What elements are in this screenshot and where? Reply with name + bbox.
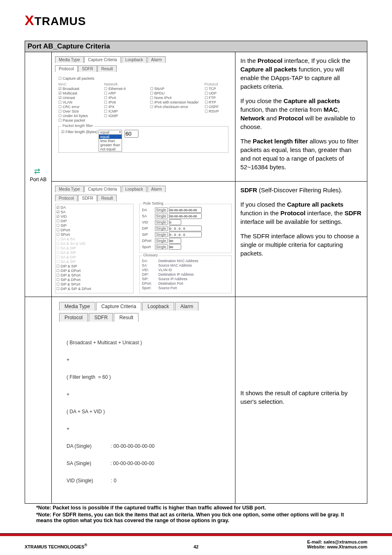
glossary-group: Glossary DA:Destination MAC Address SA:S…	[139, 256, 232, 293]
chk-rtp[interactable]: RTP	[205, 100, 228, 104]
capture-criteria-section: Port AB_Capture Criteria ⇄ Port AB Media…	[25, 41, 367, 504]
sdfr-dip-sip[interactable]: DIP & SIP	[56, 264, 132, 268]
sdfr-da-sa: DA & SA	[56, 237, 132, 241]
note-2: *Note: For SDFR items, you can tick the …	[25, 512, 367, 523]
subtab-protocol-2[interactable]: Protocol	[55, 195, 78, 201]
subtab-result-2[interactable]: Result	[97, 195, 116, 201]
sdfr-sip-dport[interactable]: SIP & DPort	[56, 278, 132, 282]
sdfr-dip-dport[interactable]: DIP & DPort	[56, 269, 132, 273]
chk-udp[interactable]: UDP	[205, 91, 228, 95]
section-title: Port AB_Capture Criteria	[25, 41, 367, 52]
sdfr-sa[interactable]: SA	[56, 210, 132, 214]
tab-media-type[interactable]: Media Type	[55, 56, 84, 63]
chk-ipx[interactable]: IPX	[104, 105, 144, 109]
tab-loopback[interactable]: Loopback	[122, 56, 147, 63]
sdfr-vid[interactable]: VID	[56, 214, 132, 219]
sdfr-sip[interactable]: SIP	[56, 223, 132, 228]
chk-over-size[interactable]: Over Size	[58, 109, 98, 113]
subtab-result-3[interactable]: Result	[114, 313, 138, 322]
chk-filter-length[interactable]: Filter length (Bytes)	[61, 130, 98, 134]
tab-loopback-3[interactable]: Loopback	[142, 302, 174, 311]
sdfr-da-sa-vid: DA & SA & VID	[56, 242, 132, 246]
filter-length-input[interactable]	[125, 130, 138, 138]
filter-opt-notequal[interactable]: not equal	[99, 147, 122, 151]
subtab-protocol[interactable]: Protocol	[55, 65, 78, 72]
tab-alarm-2[interactable]: Alarm	[148, 186, 166, 192]
filter-opt-equal[interactable]: equal	[99, 135, 122, 139]
tab-alarm[interactable]: Alarm	[148, 56, 166, 63]
outer-tabs: Media Type Capture Criteria Loopback Ala…	[55, 56, 232, 63]
da-mode[interactable]: Single	[155, 207, 168, 212]
footer-email: sales@xtramus.com	[323, 539, 367, 544]
sdfr-dip[interactable]: DIP	[56, 219, 132, 223]
footer-company: XTRAMUS TECHNOLOGIES	[25, 544, 84, 549]
sip-mode[interactable]: Single	[155, 232, 168, 237]
sport-input[interactable]	[169, 244, 181, 250]
sa-input[interactable]	[169, 213, 202, 219]
chk-igmp[interactable]: IGMP	[104, 114, 144, 118]
sdfr-dport[interactable]: DPort	[56, 228, 132, 232]
chk-broadcast[interactable]: Broadcast	[58, 87, 98, 91]
filter-opt-less[interactable]: less than	[99, 139, 122, 143]
subtab-sdfr[interactable]: SDFR	[78, 65, 97, 72]
chk-vlan[interactable]: VLAN	[58, 100, 98, 104]
dip-input[interactable]	[169, 226, 202, 231]
chk-none-ipv4[interactable]: None IPv4	[150, 96, 199, 100]
chk-ipv6-ext[interactable]: IPv6 with extension header	[150, 100, 199, 104]
tab-capture-criteria-2[interactable]: Capture Criteria	[84, 186, 121, 192]
sdfr-da-sip: DA & SIP	[56, 251, 132, 255]
tab-alarm-3[interactable]: Alarm	[175, 302, 198, 311]
tab-loopback-2[interactable]: Loopback	[122, 186, 147, 192]
tab-capture-criteria-3[interactable]: Capture Criteria	[96, 302, 142, 311]
filter-condition-select[interactable]: equal	[99, 130, 122, 135]
chk-ipv6[interactable]: IPv6	[104, 100, 144, 104]
chk-ipv4[interactable]: IPv4	[104, 96, 144, 100]
chk-tcp[interactable]: TCP	[205, 87, 228, 91]
subtab-sdfr-2[interactable]: SDFR	[78, 195, 97, 201]
da-input[interactable]	[169, 207, 202, 213]
tab-media-type-2[interactable]: Media Type	[55, 186, 84, 192]
chk-icmp[interactable]: ICMP	[104, 109, 144, 113]
chk-unicast[interactable]: Unicast	[58, 96, 98, 100]
note-1: *Note: Packet loss is possible if the ca…	[25, 505, 367, 511]
chk-ethernet[interactable]: Ethernet-II	[104, 87, 144, 91]
chk-ipv4-csum[interactable]: IPv4 checksum error	[150, 105, 199, 109]
chk-ospf[interactable]: OSPF	[205, 105, 228, 109]
subtab-protocol-3[interactable]: Protocol	[59, 313, 88, 322]
dport-mode[interactable]: Single	[155, 238, 168, 243]
result-line: DA (Single) : 00-00-00-00-00-00	[67, 443, 220, 449]
tab-media-type-3[interactable]: Media Type	[59, 302, 95, 311]
protocol-header: Protocol	[205, 82, 228, 86]
chk-multicast[interactable]: Multicast	[58, 91, 98, 95]
vid-input[interactable]	[169, 219, 181, 225]
pkt-filter-legend: Packet length filter	[61, 124, 94, 128]
dport-input[interactable]	[169, 238, 181, 244]
vid-mode[interactable]: Single	[155, 220, 168, 225]
tab-capture-criteria[interactable]: Capture Criteria	[84, 56, 121, 63]
filter-opt-greater[interactable]: greater than	[99, 143, 122, 147]
footer-page: 42	[194, 544, 198, 549]
rule-setting-group: Rule Setting DASingle SASingle VIDSingle…	[139, 204, 232, 253]
sdfr-sport[interactable]: SPort	[56, 233, 132, 237]
sa-mode[interactable]: Single	[155, 214, 168, 219]
result-line: +	[67, 426, 220, 432]
dip-mode[interactable]: Single	[155, 226, 168, 231]
chk-bpdu[interactable]: BPDU	[150, 91, 199, 95]
chk-arp[interactable]: ARP	[104, 91, 144, 95]
chk-under-64[interactable]: Under 64 bytes	[58, 114, 98, 118]
row3-left-empty	[25, 297, 52, 503]
sdfr-dip-sip-dport[interactable]: DIP & SIP & DPort	[56, 287, 132, 291]
sdfr-da[interactable]: DA	[56, 205, 132, 210]
sip-input[interactable]	[169, 232, 202, 237]
chk-rsvp[interactable]: RSVP	[205, 109, 228, 113]
chk-pause[interactable]: Pause packet	[58, 118, 98, 122]
chk-crc-error[interactable]: CRC error	[58, 105, 98, 109]
chk-snap[interactable]: SNAP	[150, 87, 199, 91]
sdfr-sip-sport[interactable]: SIP & SPort	[56, 282, 132, 286]
sdfr-dip-sport[interactable]: DIP & SPort	[56, 273, 132, 277]
chk-ftp[interactable]: FTP	[205, 96, 228, 100]
subtab-sdfr-3[interactable]: SDFR	[89, 313, 113, 322]
subtab-result[interactable]: Result	[97, 65, 116, 72]
sport-mode[interactable]: Single	[155, 244, 168, 249]
capture-all-checkbox[interactable]: Capture all packets	[58, 76, 228, 81]
